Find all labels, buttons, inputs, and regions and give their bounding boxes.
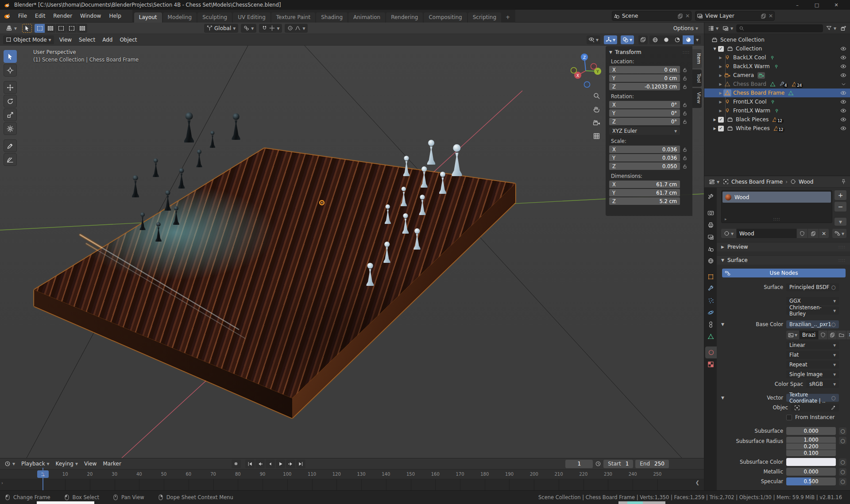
chess-piece-black[interactable] (172, 206, 180, 225)
chess-piece-white[interactable] (450, 144, 464, 176)
browse-material-dropdown[interactable]: ▾ (721, 229, 737, 238)
unlink-material-x-icon[interactable]: ✕ (819, 229, 829, 238)
timeline-menu-view[interactable]: View (81, 460, 100, 468)
chess-piece-black[interactable] (231, 113, 242, 140)
mode-dropdown[interactable]: Object Mode▾ (3, 35, 54, 44)
menu-edit[interactable]: Edit (31, 12, 49, 20)
rotation-mode-dropdown[interactable]: XYZ Euler▾ (609, 127, 680, 135)
lock-open-icon[interactable] (680, 164, 690, 169)
collection-checkbox[interactable]: ✓ (718, 117, 724, 123)
outliner-row-backlx-warm[interactable]: ▶BackLX Warm (704, 62, 850, 71)
minimize-button[interactable]: – (788, 0, 807, 10)
chess-piece-white[interactable] (365, 263, 375, 286)
from-instancer-checkbox[interactable] (786, 415, 792, 420)
expander-icon[interactable]: ▶ (711, 127, 718, 131)
properties-tab-object-data-icon[interactable] (704, 331, 717, 342)
tool-move-button[interactable] (4, 81, 17, 94)
hide-eye-icon[interactable] (840, 90, 846, 96)
breadcrumb-material[interactable]: Wood (799, 179, 813, 185)
node-tree-dropdown[interactable]: ▾ (832, 229, 846, 238)
properties-tab-output-icon[interactable] (704, 219, 717, 231)
new-view-layer-icon[interactable] (761, 13, 766, 19)
outliner-row-chess-board-frame[interactable]: ▶Chess Board Frame (704, 88, 850, 97)
outliner-item-label[interactable]: BackLX Cool (733, 54, 766, 61)
lock-open-icon[interactable] (680, 119, 690, 124)
browse-image-dropdown[interactable]: ▾ (786, 331, 800, 339)
outliner-item-label[interactable]: Scene Collection (720, 37, 765, 43)
shading-dropdown[interactable]: ▾ (694, 35, 701, 44)
chess-piece-white[interactable] (426, 140, 437, 165)
tool-select-box-button[interactable] (4, 50, 17, 63)
surface-shader-button[interactable]: Principled BSDF○ (786, 283, 839, 291)
base-color-expander[interactable]: ▼ (721, 322, 724, 327)
viewport-menu-view[interactable]: View (56, 35, 75, 44)
hide-eye-icon[interactable] (840, 116, 846, 123)
tool-scale-button[interactable] (4, 108, 17, 121)
properties-editor-type-button[interactable]: ▾ (708, 177, 720, 186)
chess-piece-black[interactable] (183, 112, 196, 142)
outliner-row-collection[interactable]: ▼✓Collection (704, 44, 850, 53)
workspace-tab-uv-editing[interactable]: UV Editing (233, 12, 270, 23)
outliner-row-frontlx-cool[interactable]: ▶FrontLX Cool (704, 97, 850, 106)
viewport-menu-select[interactable]: Select (75, 35, 99, 44)
hide-eye-icon[interactable] (840, 72, 846, 78)
subsurface-keyframe-dot[interactable]: ○ (839, 427, 846, 435)
gizmos-toggle[interactable]: ▾ (604, 35, 617, 44)
tool-transform-button[interactable] (4, 122, 17, 135)
3d-viewport[interactable]: User Perspective (1) Scene Collection | … (0, 46, 704, 458)
record-button[interactable] (232, 460, 241, 468)
use-preview-range-clock-icon[interactable] (595, 461, 601, 467)
workspace-tab-texture-paint[interactable]: Texture Paint (271, 12, 315, 23)
select-mode-extend-icon[interactable] (45, 24, 55, 33)
unlink-scene-icon[interactable]: ✕ (685, 13, 690, 19)
properties-tab-physics-icon[interactable] (704, 307, 717, 319)
navigation-gizmo[interactable]: Z Y X (567, 52, 605, 90)
base-color-texture-button[interactable]: Brazilian_.._pxr128.tif○ (786, 320, 839, 328)
sidebar-tab-item[interactable]: Item (692, 49, 702, 68)
viewport-menu-add[interactable]: Add (99, 35, 116, 44)
pin-icon[interactable] (841, 179, 846, 185)
outliner-filter-dropdown[interactable]: ▾ (825, 24, 837, 33)
hide-eye-icon[interactable] (840, 108, 846, 114)
specular-keyframe-dot[interactable]: ○ (839, 478, 846, 485)
outliner-row-black-pieces[interactable]: ▶✓Black Pieces12 (704, 115, 850, 124)
fake-user-shield-icon[interactable] (797, 229, 808, 238)
timeline-editor-type-button[interactable]: ▾ (3, 459, 16, 468)
collection-checkbox[interactable]: ✓ (718, 126, 724, 131)
snap-target-dropdown[interactable]: ▾ (241, 24, 256, 33)
outliner-search-input[interactable] (736, 24, 823, 32)
nav-magnifier-icon[interactable] (591, 90, 602, 101)
play-button[interactable] (276, 460, 285, 468)
new-scene-icon[interactable] (677, 13, 683, 19)
source-dropdown[interactable]: Single Image▾ (786, 370, 839, 378)
end-frame-field[interactable]: End250 (635, 460, 669, 468)
chess-piece-white[interactable] (402, 213, 410, 234)
outliner-item-label[interactable]: FrontLX Cool (733, 99, 766, 105)
lock-open-icon[interactable] (680, 67, 690, 73)
key-next-button[interactable] (286, 460, 295, 468)
proportional-edit-dropdown[interactable]: ▾ (285, 24, 308, 33)
expander-icon[interactable]: ▼ (711, 47, 718, 51)
image-copy-icon[interactable] (828, 331, 837, 339)
metallic-keyframe-dot[interactable]: ○ (839, 468, 846, 476)
object-field[interactable] (791, 404, 839, 412)
timeline-track-area[interactable] (0, 479, 704, 490)
metallic-value-slider[interactable]: 0.000 (786, 468, 836, 476)
outliner-filter-type-dropdown[interactable]: ▾ (722, 24, 734, 33)
shading-solid-icon[interactable] (661, 35, 672, 44)
jump-last-button[interactable] (296, 460, 305, 468)
select-mode-subtract-icon[interactable] (56, 24, 66, 33)
select-mode-set-icon[interactable] (35, 24, 45, 33)
outliner-item-label[interactable]: Chess Board (733, 81, 766, 87)
breadcrumb-object[interactable]: Chess Board Frame (731, 179, 783, 185)
workspace-tab-scripting[interactable]: Scripting (468, 12, 501, 23)
collection-checkbox[interactable]: ✓ (718, 46, 724, 52)
outliner-display-mode-dropdown[interactable]: ▾ (707, 24, 719, 33)
tool-annotate-button[interactable] (4, 139, 17, 152)
use-nodes-button[interactable]: Use Nodes (722, 269, 846, 277)
scale-x-field[interactable]: X0.036 (609, 146, 680, 153)
viewport-menu-object[interactable]: Object (116, 35, 140, 44)
chess-piece-white[interactable] (413, 228, 421, 250)
slot-specials-dropdown[interactable]: ▾ (835, 218, 846, 226)
shading-material-icon[interactable] (672, 35, 683, 44)
